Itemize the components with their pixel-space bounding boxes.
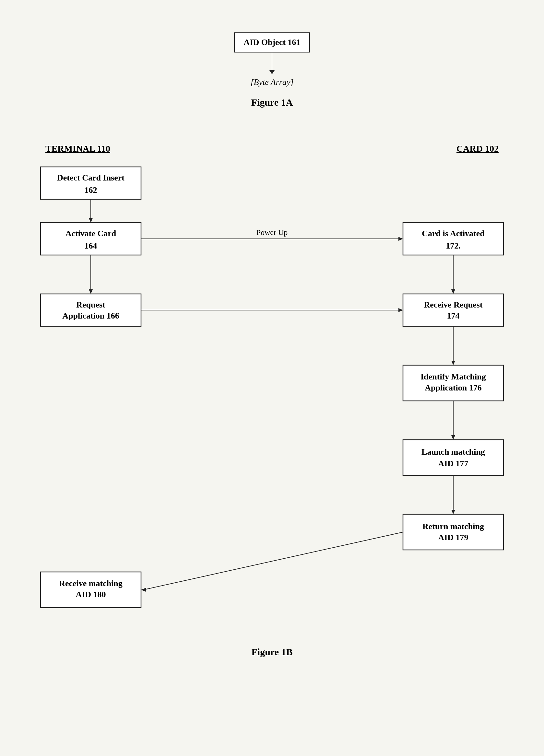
receive-matching-text-2: AID 180 xyxy=(75,590,106,599)
figure-1a-title: Figure 1A xyxy=(251,97,293,108)
receive-request-text-1: Receive Request xyxy=(424,300,483,309)
diagram-area: Detect Card Insert 162 Activate Card 164… xyxy=(26,164,518,634)
arrow-line-1 xyxy=(272,52,272,70)
launch-matching-box xyxy=(403,440,504,475)
page: AID Object 161 [Byte Array] Figure 1A TE… xyxy=(0,0,544,756)
arrow-activated-receive-head xyxy=(451,289,455,294)
receive-request-box xyxy=(403,294,504,326)
launch-matching-text-2: AID 177 xyxy=(438,459,468,468)
figure-1b-title: Figure 1B xyxy=(26,646,518,657)
arrow-detect-activate-head xyxy=(89,218,93,223)
arrow-head-1 xyxy=(269,70,275,74)
return-aid-arrow-line xyxy=(144,532,403,590)
figure-1b: TERMINAL 110 CARD 102 Detect Card Insert… xyxy=(26,144,518,657)
return-matching-text-2: AID 179 xyxy=(438,533,468,542)
return-aid-arrow-head xyxy=(141,588,146,592)
return-matching-box xyxy=(403,514,504,550)
identify-matching-text-2: Application 176 xyxy=(425,383,482,392)
identify-matching-text-1: Identify Matching xyxy=(421,372,486,381)
arrow-down-1 xyxy=(269,52,275,74)
diagram-svg: Detect Card Insert 162 Activate Card 164… xyxy=(26,164,518,634)
power-up-label: Power Up xyxy=(256,228,288,237)
card-header: CARD 102 xyxy=(457,144,499,154)
arrow-identify-launch-head xyxy=(451,435,455,440)
byte-array-label: [Byte Array] xyxy=(250,77,294,87)
terminal-header: TERMINAL 110 xyxy=(45,144,110,154)
return-matching-text-1: Return matching xyxy=(423,522,484,531)
request-application-box xyxy=(40,294,141,326)
arrow-activate-request-head xyxy=(89,289,93,294)
card-activated-text-1: Card is Activated xyxy=(422,229,485,238)
arrow-receive-identify-head xyxy=(451,361,455,365)
request-application-text-1: Request xyxy=(76,300,105,309)
figure-1a: AID Object 161 [Byte Array] Figure 1A xyxy=(26,19,518,124)
column-headers: TERMINAL 110 CARD 102 xyxy=(26,144,518,154)
activate-card-text-1: Activate Card xyxy=(65,229,116,238)
card-activated-text-2: 172. xyxy=(446,241,461,250)
receive-request-text-2: 174 xyxy=(447,311,460,320)
detect-card-insert-text-2: 162 xyxy=(85,185,97,195)
receive-matching-text-1: Receive matching xyxy=(59,579,122,588)
arrow-launch-return-head xyxy=(451,510,455,514)
detect-card-insert-text-1: Detect Card Insert xyxy=(57,173,124,182)
request-arrow-head xyxy=(399,308,403,312)
aid-object-box: AID Object 161 xyxy=(234,32,310,52)
request-application-text-2: Application 166 xyxy=(62,311,119,320)
power-up-arrow-head xyxy=(399,237,403,241)
activate-card-text-2: 164 xyxy=(85,241,97,250)
launch-matching-text-1: Launch matching xyxy=(422,447,485,457)
